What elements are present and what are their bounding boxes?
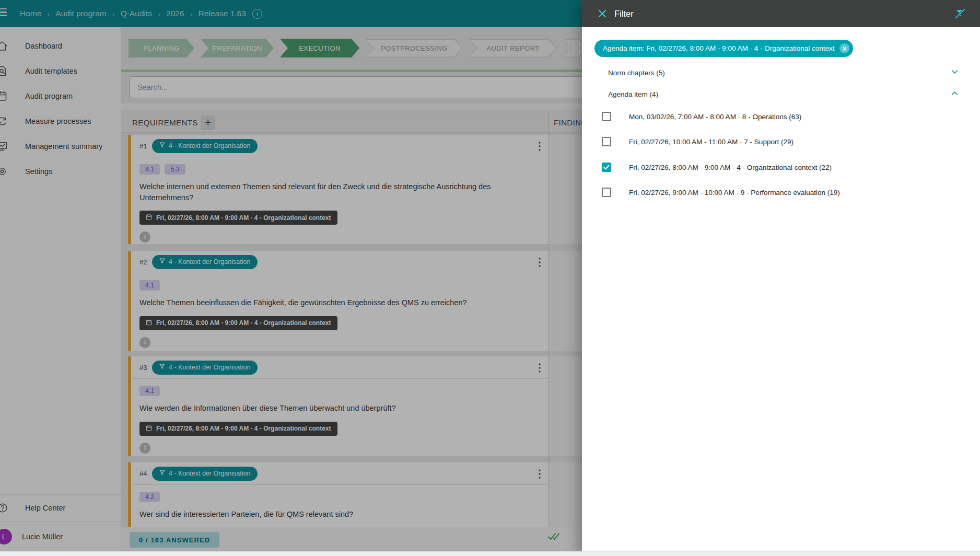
- checkbox-unchecked[interactable]: [602, 137, 611, 146]
- drawer-backdrop[interactable]: [0, 0, 582, 556]
- filter-panel: Filter Agenda item: Fri, 02/27/26, 8:00 …: [582, 0, 980, 556]
- agenda-item-option-label: Fri, 02/27/26, 8:00 AM - 9:00 AM · 4 - O…: [629, 164, 832, 171]
- chevron-up-icon[interactable]: [950, 89, 959, 100]
- filter-section-norm-chapters[interactable]: Norm chapters (5): [608, 63, 959, 83]
- agenda-item-option-label: Mon, 03/02/26, 7:00 AM - 8:00 AM · 8 - O…: [629, 113, 801, 121]
- checkbox-checked[interactable]: [602, 163, 611, 172]
- horizontal-scrollbar[interactable]: [0, 551, 980, 556]
- filter-section-label: Norm chapters (5): [608, 69, 665, 77]
- agenda-item-option[interactable]: Fri, 02/27/26, 8:00 AM - 9:00 AM · 4 - O…: [602, 161, 832, 173]
- clear-filter-icon[interactable]: [954, 7, 966, 20]
- checkbox-unchecked[interactable]: [602, 112, 611, 121]
- filter-panel-title: Filter: [614, 9, 634, 19]
- chevron-down-icon[interactable]: [950, 67, 959, 78]
- filter-panel-header: Filter: [582, 0, 980, 27]
- agenda-item-option[interactable]: Fri, 02/27/26, 10:00 AM - 11:00 AM · 7 -…: [602, 135, 794, 148]
- agenda-item-option[interactable]: Fri, 02/27/26, 9:00 AM - 10:00 AM · 9 - …: [602, 186, 840, 199]
- close-icon[interactable]: [598, 9, 607, 18]
- active-filter-chip[interactable]: Agenda item: Fri, 02/27/26, 8:00 AM - 9:…: [594, 40, 853, 57]
- filter-section-agenda-item[interactable]: Agenda item (4): [608, 84, 959, 104]
- agenda-item-option[interactable]: Mon, 03/02/26, 7:00 AM - 8:00 AM · 8 - O…: [602, 110, 801, 123]
- agenda-item-option-label: Fri, 02/27/26, 10:00 AM - 11:00 AM · 7 -…: [629, 138, 794, 146]
- agenda-item-option-label: Fri, 02/27/26, 9:00 AM - 10:00 AM · 9 - …: [629, 189, 840, 196]
- filter-section-label: Agenda item (4): [608, 90, 658, 98]
- active-filter-chip-label: Agenda item: Fri, 02/27/26, 8:00 AM - 9:…: [603, 44, 834, 52]
- remove-filter-icon[interactable]: [839, 43, 849, 53]
- checkbox-unchecked[interactable]: [602, 188, 611, 197]
